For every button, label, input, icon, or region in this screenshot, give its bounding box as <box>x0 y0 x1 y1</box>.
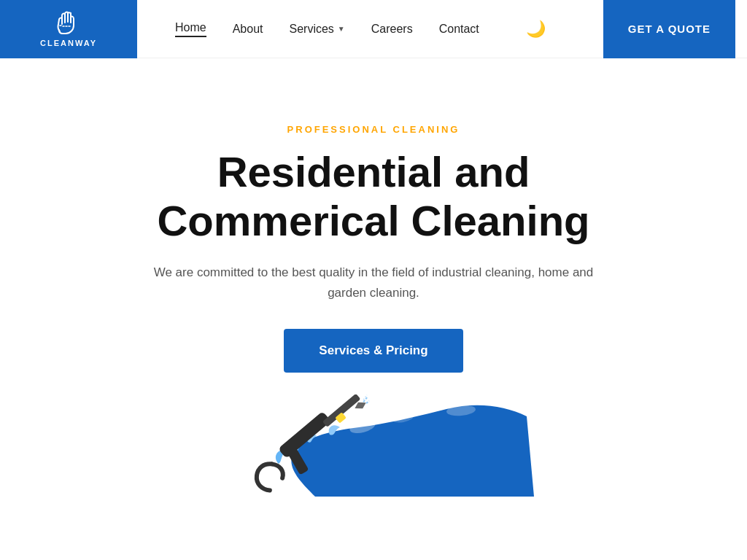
nav-careers[interactable]: Careers <box>371 23 413 36</box>
services-pricing-button[interactable]: Services & Pricing <box>284 329 462 373</box>
nav-contact[interactable]: Contact <box>439 23 479 36</box>
hero-illustration <box>0 394 747 497</box>
chevron-down-icon: ▼ <box>338 25 345 33</box>
nav-home[interactable]: Home <box>175 21 206 37</box>
svg-line-10 <box>361 394 373 400</box>
logo-icon <box>53 11 85 37</box>
site-header: CLEANWAY Home About Services ▼ Careers C… <box>0 0 747 58</box>
svg-rect-3 <box>278 411 331 459</box>
nav-services[interactable]: Services ▼ <box>290 23 345 36</box>
hero-section: PROFESSIONAL CLEANING Residential and Co… <box>0 58 747 497</box>
dark-mode-toggle[interactable]: 🌙 <box>526 20 546 39</box>
nav-about[interactable]: About <box>233 23 263 36</box>
header-cta-area: GET A QUOTE <box>603 0 735 58</box>
illustration-wrapper <box>220 394 527 497</box>
get-quote-button[interactable]: GET A QUOTE <box>603 0 735 58</box>
svg-rect-4 <box>287 448 309 475</box>
logo-text: CLEANWAY <box>40 39 97 47</box>
logo[interactable]: CLEANWAY <box>0 0 137 58</box>
hero-description: We are committed to the best quality in … <box>140 262 607 302</box>
hero-content: PROFESSIONAL CLEANING Residential and Co… <box>0 58 747 394</box>
main-nav: Home About Services ▼ Careers Contact 🌙 <box>175 20 546 39</box>
hero-title: Residential and Commerical Cleaning <box>0 148 747 245</box>
hero-subtitle: PROFESSIONAL CLEANING <box>0 124 747 135</box>
svg-rect-5 <box>322 394 360 427</box>
svg-line-8 <box>361 394 372 402</box>
